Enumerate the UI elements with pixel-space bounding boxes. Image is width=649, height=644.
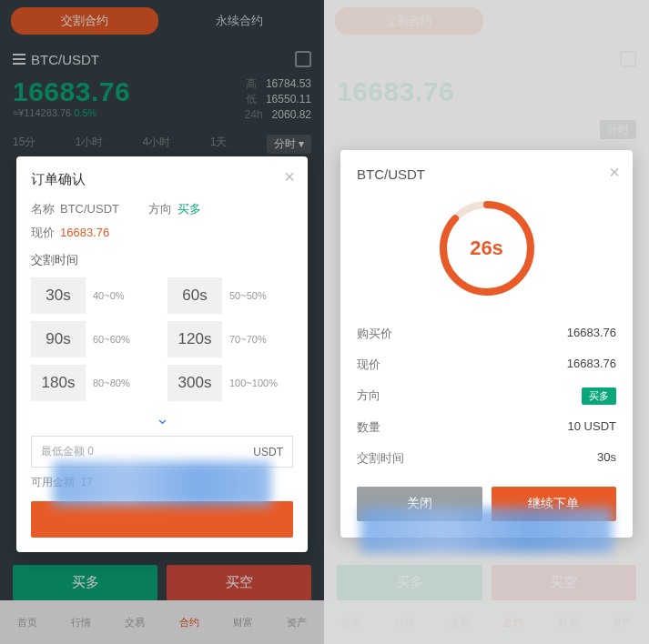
delivery-time-label: 交割时间 — [31, 252, 293, 268]
time-60s[interactable]: 60s50~50% — [167, 277, 293, 314]
time-120s[interactable]: 120s70~70% — [167, 321, 293, 357]
row-delivery: 交割时间30s — [357, 443, 616, 474]
phone-left: 交割合约 永续合约 BTC/USDT 16683.76 ≈¥114283.76 … — [0, 0, 324, 644]
time-30s[interactable]: 30s40~0% — [31, 277, 157, 314]
close-icon[interactable]: × — [609, 163, 620, 181]
redacted-area — [360, 508, 613, 553]
time-grid: 30s40~0% 60s50~50% 90s60~60% 120s70~70% … — [31, 277, 293, 401]
timer-text: 26s — [437, 198, 537, 298]
modal-title: BTC/USDT — [357, 166, 616, 182]
time-300s[interactable]: 300s100~100% — [167, 365, 293, 401]
row-buyprice: 购买价16683.76 — [357, 318, 616, 349]
redacted-area — [53, 461, 271, 507]
info-name: 名称BTC/USDT 方向买多 — [31, 201, 293, 217]
close-icon[interactable]: × — [284, 167, 295, 186]
time-180s[interactable]: 180s80~80% — [31, 365, 157, 401]
row-direction: 方向买多 — [357, 380, 616, 412]
submit-button[interactable] — [31, 501, 293, 538]
info-now: 现价16683.76 — [31, 225, 293, 241]
chevron-down-icon[interactable]: ⌄ — [31, 408, 293, 428]
countdown-ring: 26s — [437, 198, 537, 298]
order-confirm-modal: × 订单确认 名称BTC/USDT 方向买多 现价16683.76 交割时间 3… — [16, 156, 308, 552]
row-qty: 数量10 USDT — [357, 412, 616, 443]
phone-right: 交割合约永续合约 BTC/USDT 16683.76 分时 买多买空 首页行情交… — [324, 0, 649, 644]
modal-title: 订单确认 — [31, 171, 293, 188]
countdown-modal: × BTC/USDT 26s 购买价16683.76 现价16683.76 方向… — [340, 150, 633, 538]
row-now: 现价16683.76 — [357, 349, 616, 380]
time-90s[interactable]: 90s60~60% — [31, 321, 157, 357]
